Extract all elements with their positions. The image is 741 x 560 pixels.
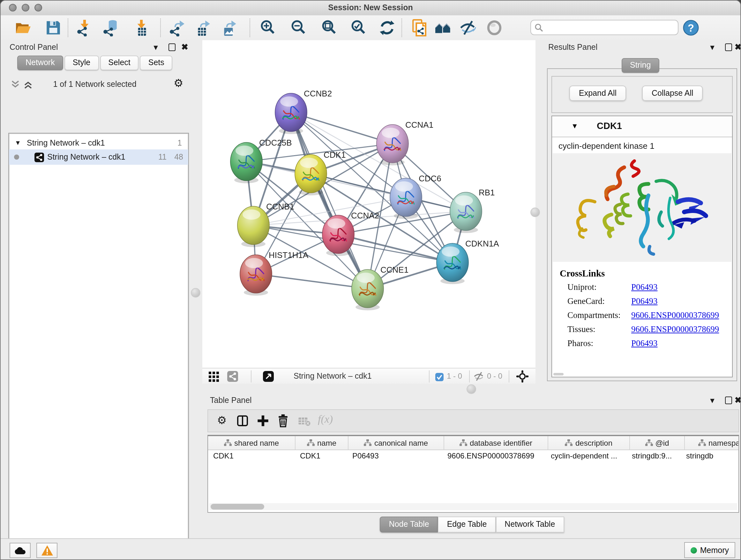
save-session-icon[interactable] xyxy=(45,19,62,37)
gray-eye-icon[interactable] xyxy=(486,19,503,37)
delete-trash-icon[interactable] xyxy=(276,414,290,430)
results-menu-icon[interactable]: ▾ xyxy=(711,43,714,52)
column-header[interactable]: namespace xyxy=(685,436,739,449)
export-image-icon[interactable] xyxy=(220,19,238,37)
horizontal-splitter[interactable] xyxy=(202,384,741,394)
function-builder-icon[interactable]: f(x) xyxy=(318,413,333,426)
string-view-icon[interactable] xyxy=(227,371,238,384)
table-cell[interactable]: stringdb xyxy=(681,450,739,462)
table-float-icon[interactable] xyxy=(725,396,732,404)
table-close-icon[interactable]: ✖ xyxy=(735,395,741,405)
table-menu-icon[interactable]: ▾ xyxy=(711,396,714,405)
zoom-in-icon[interactable] xyxy=(259,19,276,37)
network-node-CCNB2[interactable]: CCNB2 xyxy=(275,89,332,134)
h-splitter-handle-icon[interactable] xyxy=(467,384,476,394)
network-options-gear-icon[interactable]: ⚙ xyxy=(174,78,184,89)
network-node-CCNA1[interactable]: CCNA1 xyxy=(377,120,433,165)
column-header[interactable]: name xyxy=(295,436,348,449)
collapse-all-button[interactable]: Collapse All xyxy=(642,85,703,101)
network-canvas[interactable]: CCNB2CCNA1CDC25BCDK1CDC6RB1CCNB1CCNA2CDK… xyxy=(202,40,536,368)
crosslink-link[interactable]: 9606.ENSP00000378699 xyxy=(631,310,719,320)
share-document-icon[interactable] xyxy=(411,19,428,37)
zoom-selected-icon[interactable] xyxy=(350,19,367,37)
hidden-eye-icon[interactable] xyxy=(474,371,484,384)
cdk1-disclosure-icon[interactable]: ▼ xyxy=(571,122,578,130)
tab-select[interactable]: Select xyxy=(100,56,139,70)
results-float-icon[interactable] xyxy=(725,44,732,51)
table-cell[interactable]: 9606.ENSP00000378699 xyxy=(442,450,546,462)
left-splitter[interactable] xyxy=(189,40,202,540)
network-node-CCNB1[interactable]: CCNB1 xyxy=(238,202,294,247)
crosslink-link[interactable]: P06493 xyxy=(631,296,658,307)
network-edge[interactable] xyxy=(291,112,367,289)
panel-close-icon[interactable]: ✖ xyxy=(181,42,188,52)
column-header[interactable]: database identifier xyxy=(444,436,548,449)
table-row[interactable]: CDK1CDK1P064939606.ENSP00000378699cyclin… xyxy=(208,450,738,462)
column-header[interactable]: @id xyxy=(630,436,685,449)
refresh-icon[interactable] xyxy=(379,19,396,37)
table-cell[interactable]: P06493 xyxy=(347,450,442,462)
table-cell[interactable]: CDK1 xyxy=(295,450,347,462)
add-row-plus-icon[interactable] xyxy=(257,415,269,430)
expand-all-button[interactable]: Expand All xyxy=(569,85,626,101)
panel-menu-icon[interactable]: ▾ xyxy=(154,43,158,52)
table-tabs: Node TableEdge TableNetwork Table xyxy=(202,516,741,533)
tab-sets[interactable]: Sets xyxy=(140,56,173,70)
right-splitter-handle-icon[interactable] xyxy=(530,207,540,217)
import-table-icon[interactable] xyxy=(133,19,150,37)
import-network-icon[interactable] xyxy=(76,19,93,37)
disclosure-triangle-icon[interactable]: ▼ xyxy=(15,137,21,149)
table-hscrollbar[interactable] xyxy=(209,503,737,510)
table-hscroll-thumb[interactable] xyxy=(211,504,264,509)
network-node-RB1[interactable]: RB1 xyxy=(450,188,495,233)
memory-button[interactable]: Memory xyxy=(684,542,735,558)
protein-description: cyclin-dependent kinase 1 xyxy=(558,141,655,151)
network-node-CCNE1[interactable]: CCNE1 xyxy=(352,265,408,310)
network-node-HIST1H1A[interactable]: HIST1H1A xyxy=(240,250,309,296)
table-cell[interactable]: CDK1 xyxy=(208,450,295,462)
export-network-icon[interactable] xyxy=(169,19,186,37)
delete-column-icon[interactable] xyxy=(298,416,311,429)
zoom-fit-icon[interactable] xyxy=(320,19,338,37)
column-header[interactable]: shared name xyxy=(208,436,295,449)
crosslink-link[interactable]: 9606.ENSP00000378699 xyxy=(631,324,719,334)
show-columns-icon[interactable] xyxy=(236,415,249,430)
warning-button[interactable] xyxy=(37,543,57,558)
splitter-handle-icon[interactable] xyxy=(191,288,200,298)
search-input[interactable] xyxy=(530,20,678,35)
tab-string-results[interactable]: String xyxy=(622,58,659,73)
network-row-selected[interactable]: String Network – cdk1 11 48 xyxy=(9,149,188,165)
results-close-icon[interactable]: ✖ xyxy=(735,42,741,52)
tab-network-table[interactable]: Network Table xyxy=(495,516,564,533)
home-icon[interactable] xyxy=(434,19,452,37)
import-database-icon[interactable] xyxy=(102,19,119,37)
network-node-CDK1[interactable]: CDK1 xyxy=(295,150,346,195)
grid-view-icon[interactable] xyxy=(209,372,219,384)
hide-eye-icon[interactable] xyxy=(460,19,477,37)
zoom-out-icon[interactable] xyxy=(290,19,307,37)
card-hscroll-thumb[interactable] xyxy=(553,373,563,375)
tab-edge-table[interactable]: Edge Table xyxy=(438,516,496,533)
birdseye-view-icon[interactable] xyxy=(263,371,274,384)
table-cell[interactable]: stringdb:9... xyxy=(627,450,681,462)
crosslink-link[interactable]: P06493 xyxy=(631,338,658,349)
network-node-CDC6[interactable]: CDC6 xyxy=(390,174,441,219)
tab-style[interactable]: Style xyxy=(64,56,99,70)
tab-network[interactable]: Network xyxy=(17,56,63,70)
crosslink-link[interactable]: P06493 xyxy=(631,282,658,293)
open-session-icon[interactable] xyxy=(15,19,32,37)
fit-content-crosshair-icon[interactable] xyxy=(516,370,529,385)
tab-node-table[interactable]: Node Table xyxy=(380,516,438,533)
help-icon[interactable]: ? xyxy=(683,20,700,37)
export-table-icon[interactable] xyxy=(194,19,211,37)
column-header[interactable]: description xyxy=(548,436,630,449)
cloud-button[interactable] xyxy=(10,543,30,558)
panel-float-icon[interactable] xyxy=(169,44,176,51)
table-gear-icon[interactable]: ⚙ xyxy=(217,415,227,426)
selected-checkbox-icon[interactable] xyxy=(435,372,444,384)
table-cell[interactable]: cyclin-dependent ... xyxy=(546,450,627,462)
network-collection-row[interactable]: ▼ String Network – cdk1 1 xyxy=(9,137,188,149)
network-node-CDKN1A[interactable]: CDKN1A xyxy=(436,239,499,284)
network-edge[interactable] xyxy=(256,274,367,289)
column-header[interactable]: canonical name xyxy=(348,436,444,449)
